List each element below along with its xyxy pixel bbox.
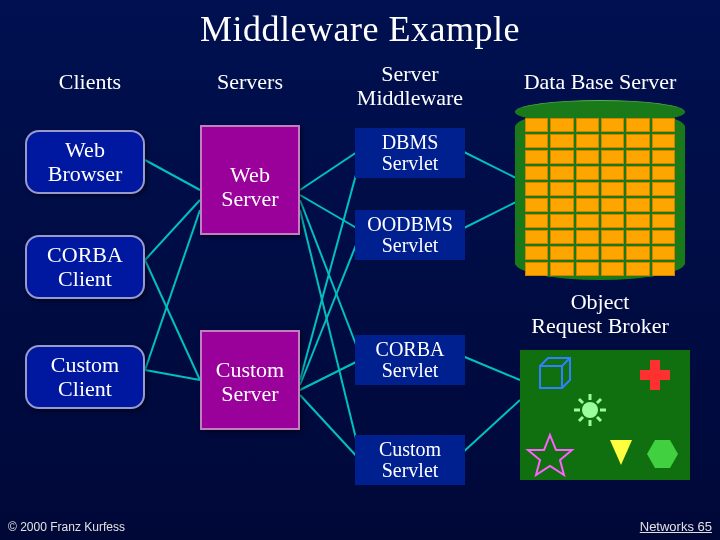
svg-marker-29 xyxy=(610,440,632,465)
column-header-database: Data Base Server xyxy=(500,70,700,94)
svg-line-14 xyxy=(460,200,520,230)
orb-shapes xyxy=(520,350,690,480)
svg-line-2 xyxy=(145,260,200,380)
svg-line-16 xyxy=(460,400,520,455)
svg-line-7 xyxy=(300,200,360,355)
svg-line-6 xyxy=(300,195,360,230)
servlet-oodbms: OODBMS Servlet xyxy=(355,210,465,260)
column-header-clients: Clients xyxy=(40,70,140,94)
svg-marker-30 xyxy=(647,440,678,468)
servlet-dbms: DBMS Servlet xyxy=(355,128,465,178)
svg-line-1 xyxy=(145,200,200,260)
svg-rect-17 xyxy=(540,366,562,388)
svg-line-26 xyxy=(579,417,583,421)
svg-line-25 xyxy=(597,417,601,421)
client-box-web-browser: Web Browser xyxy=(25,130,145,194)
diagram-area: Clients Servers Server Middleware Data B… xyxy=(0,60,720,500)
svg-line-5 xyxy=(300,150,360,190)
svg-point-19 xyxy=(582,402,598,418)
database-cylinder xyxy=(515,100,685,290)
svg-line-0 xyxy=(145,160,200,190)
svg-line-8 xyxy=(300,210,360,455)
copyright-footer: © 2000 Franz Kurfess xyxy=(8,520,125,534)
svg-marker-28 xyxy=(528,435,572,475)
svg-line-3 xyxy=(145,210,200,370)
slide-title: Middleware Example xyxy=(0,0,720,50)
servlet-corba: CORBA Servlet xyxy=(355,335,465,385)
svg-line-9 xyxy=(300,160,360,380)
svg-line-27 xyxy=(597,399,601,403)
svg-line-12 xyxy=(300,395,360,460)
server-box-custom-server: Custom Server xyxy=(200,330,300,430)
orb-label: Object Request Broker xyxy=(510,290,690,338)
client-box-custom-client: Custom Client xyxy=(25,345,145,409)
column-header-servers: Servers xyxy=(200,70,300,94)
svg-line-11 xyxy=(300,360,360,390)
server-box-web-server: Web Server xyxy=(200,125,300,235)
orb-box xyxy=(520,350,690,480)
column-header-middleware: Server Middleware xyxy=(345,62,475,110)
svg-line-15 xyxy=(460,355,520,380)
client-box-corba-client: CORBA Client xyxy=(25,235,145,299)
page-number: Networks 65 xyxy=(640,519,712,534)
servlet-custom: Custom Servlet xyxy=(355,435,465,485)
svg-line-13 xyxy=(460,150,520,180)
svg-line-24 xyxy=(579,399,583,403)
database-cells xyxy=(525,118,675,276)
svg-line-10 xyxy=(300,235,360,385)
svg-line-4 xyxy=(145,370,200,380)
svg-line-18 xyxy=(562,358,570,366)
